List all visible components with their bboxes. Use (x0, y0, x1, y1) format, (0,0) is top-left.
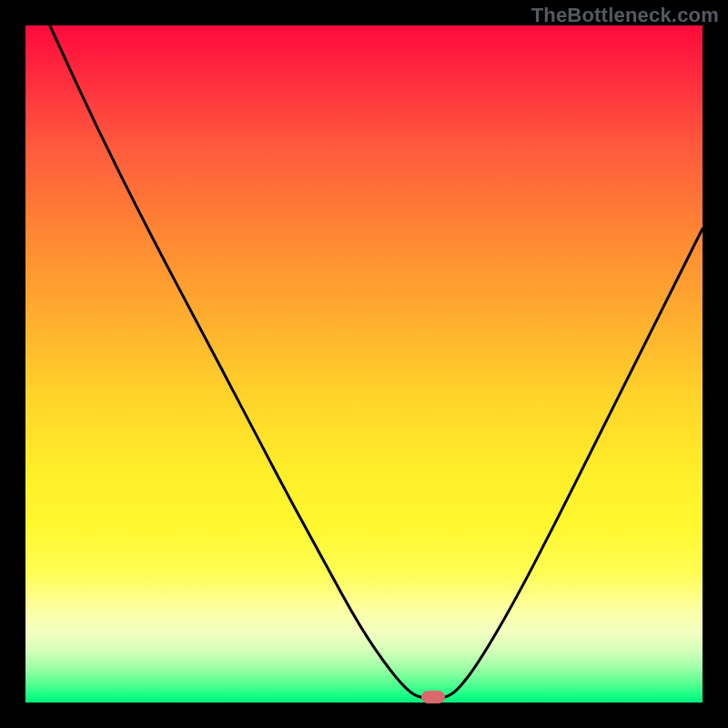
optimum-marker (421, 691, 445, 703)
curve-path (50, 25, 703, 699)
chart-container: TheBottleneck.com (0, 0, 728, 728)
curve-svg (25, 25, 703, 703)
plot-area (25, 25, 703, 703)
watermark-text: TheBottleneck.com (531, 4, 719, 27)
